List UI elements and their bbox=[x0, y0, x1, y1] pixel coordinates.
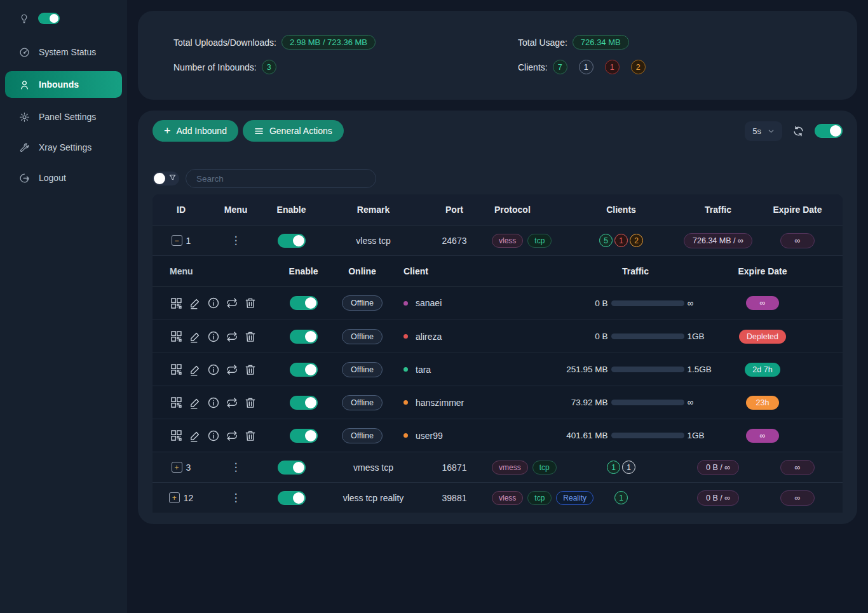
traffic-used: 0 B bbox=[559, 299, 608, 308]
refresh-icon[interactable] bbox=[792, 125, 804, 137]
traffic-used: 73.92 MB bbox=[559, 398, 608, 407]
client-count-badge: 1 bbox=[614, 234, 628, 247]
client-enable-toggle[interactable] bbox=[290, 296, 318, 310]
client-expire-badge: 23h bbox=[746, 396, 779, 410]
info-icon[interactable] bbox=[207, 363, 220, 376]
filter-toggle[interactable] bbox=[153, 172, 179, 185]
sidebar-item-panel-settings[interactable]: Panel Settings bbox=[0, 104, 127, 130]
stat-clients: Clients: 7 1 1 2 bbox=[518, 60, 646, 74]
toolbar: + Add Inbound General Actions 5s bbox=[153, 119, 843, 142]
sidebar-item-xray-settings[interactable]: Xray Settings bbox=[0, 135, 127, 160]
protocol-badge: vmess bbox=[492, 461, 528, 475]
traffic-limit: 1GB bbox=[688, 332, 713, 341]
table-row: + 3 ⋮ vmess tcp 16871 vmess tcp 1 1 0 B … bbox=[153, 452, 843, 482]
table-header: ID Menu Enable Remark Port Protocol Clie… bbox=[153, 194, 843, 225]
client-row: Offline tara 251.95 MB 1.5GB 2d 7h bbox=[153, 353, 843, 386]
edit-icon[interactable] bbox=[189, 330, 201, 343]
client-enable-toggle[interactable] bbox=[290, 363, 318, 377]
info-icon[interactable] bbox=[207, 429, 220, 442]
client-expire-badge: ∞ bbox=[746, 296, 779, 310]
toolbar-right: 5s bbox=[745, 121, 843, 141]
online-status-badge: Offline bbox=[342, 428, 383, 443]
client-traffic: 0 B ∞ bbox=[543, 299, 728, 308]
enable-toggle[interactable] bbox=[278, 461, 306, 475]
qr-code-icon[interactable] bbox=[170, 363, 183, 376]
stat-value-badge: 2.98 MB / 723.36 MB bbox=[281, 35, 376, 50]
online-status-badge: Offline bbox=[342, 362, 383, 377]
protocol-badge: vless bbox=[492, 491, 523, 505]
row-menu-icon[interactable]: ⋮ bbox=[231, 492, 241, 503]
row-menu-icon[interactable]: ⋮ bbox=[231, 462, 241, 473]
client-name: tara bbox=[416, 365, 431, 375]
auto-refresh-toggle[interactable] bbox=[815, 124, 843, 138]
qr-code-icon[interactable] bbox=[170, 396, 183, 409]
stat-label: Total Usage: bbox=[518, 37, 567, 48]
reset-traffic-icon[interactable] bbox=[226, 396, 238, 409]
general-actions-button[interactable]: General Actions bbox=[243, 120, 344, 142]
reset-traffic-icon[interactable] bbox=[226, 297, 238, 309]
clients-subtable: Menu Enable Online Client Traffic Expire… bbox=[153, 255, 843, 452]
client-enable-toggle[interactable] bbox=[290, 396, 318, 410]
delete-icon[interactable] bbox=[244, 429, 257, 442]
reset-traffic-icon[interactable] bbox=[226, 363, 238, 376]
sidebar-item-label: Inbounds bbox=[39, 79, 79, 90]
client-row: Offline user99 401.61 MB 1GB ∞ bbox=[153, 419, 843, 452]
client-row: Offline sanaei 0 B ∞ ∞ bbox=[153, 286, 843, 320]
delete-icon[interactable] bbox=[244, 363, 257, 376]
client-traffic: 251.95 MB 1.5GB bbox=[543, 365, 728, 374]
info-icon[interactable] bbox=[207, 396, 220, 409]
sidebar-item-logout[interactable]: Logout bbox=[0, 165, 127, 191]
collapse-row-button[interactable]: − bbox=[172, 235, 182, 246]
edit-icon[interactable] bbox=[189, 396, 201, 409]
funnel-icon bbox=[168, 173, 177, 182]
enable-toggle[interactable] bbox=[278, 234, 306, 248]
plus-icon: + bbox=[164, 125, 171, 137]
client-traffic: 0 B 1GB bbox=[543, 332, 728, 341]
row-menu-icon[interactable]: ⋮ bbox=[231, 235, 241, 246]
delete-icon[interactable] bbox=[244, 330, 257, 343]
client-enable-toggle[interactable] bbox=[290, 330, 318, 344]
delete-icon[interactable] bbox=[244, 396, 257, 409]
client-color-dot bbox=[403, 301, 408, 306]
edit-icon[interactable] bbox=[189, 297, 201, 309]
online-status-badge: Offline bbox=[342, 329, 383, 344]
hamburger-icon bbox=[254, 126, 264, 136]
sidebar: System Status Inbounds Panel Settings Xr… bbox=[0, 0, 127, 613]
stat-uploads-downloads: Total Uploads/Downloads: 2.98 MB / 723.3… bbox=[173, 35, 518, 50]
traffic-used: 401.61 MB bbox=[559, 431, 608, 440]
info-icon[interactable] bbox=[207, 330, 220, 343]
info-icon[interactable] bbox=[207, 297, 220, 309]
inbound-remark: vless tcp bbox=[321, 236, 426, 246]
reset-traffic-icon[interactable] bbox=[226, 330, 238, 343]
qr-code-icon[interactable] bbox=[170, 297, 183, 310]
client-enable-toggle[interactable] bbox=[290, 429, 318, 443]
theme-toggle[interactable] bbox=[38, 13, 60, 24]
sidebar-item-label: System Status bbox=[39, 47, 96, 57]
expire-date-badge: ∞ bbox=[780, 460, 815, 475]
delete-icon[interactable] bbox=[244, 297, 257, 309]
client-row: Offline alireza 0 B 1GB Depleted bbox=[153, 320, 843, 353]
traffic-progress-bar bbox=[611, 433, 684, 438]
stat-label: Total Uploads/Downloads: bbox=[173, 37, 276, 48]
traffic-used: 0 B bbox=[559, 332, 608, 341]
add-inbound-button[interactable]: + Add Inbound bbox=[153, 120, 238, 142]
inbound-remark: vless tcp reality bbox=[321, 493, 426, 503]
edit-icon[interactable] bbox=[189, 429, 201, 442]
refresh-interval-select[interactable]: 5s bbox=[745, 121, 782, 141]
qr-code-icon[interactable] bbox=[170, 330, 183, 343]
inbound-id: 3 bbox=[186, 462, 191, 473]
enable-toggle[interactable] bbox=[278, 491, 306, 505]
search-input[interactable] bbox=[186, 169, 376, 188]
stats-card: Total Uploads/Downloads: 2.98 MB / 723.3… bbox=[138, 11, 857, 100]
qr-code-icon[interactable] bbox=[170, 429, 183, 442]
expand-row-button[interactable]: + bbox=[172, 462, 182, 473]
expand-row-button[interactable]: + bbox=[169, 492, 180, 503]
reset-traffic-icon[interactable] bbox=[226, 429, 238, 442]
edit-icon[interactable] bbox=[189, 363, 201, 376]
sidebar-item-system-status[interactable]: System Status bbox=[0, 39, 127, 65]
client-count-badge: 1 bbox=[614, 491, 628, 504]
inbound-port: 24673 bbox=[426, 236, 483, 246]
client-color-dot bbox=[403, 400, 408, 405]
sidebar-item-inbounds[interactable]: Inbounds bbox=[5, 71, 122, 98]
stat-value-badge: 726.34 MB bbox=[573, 35, 629, 50]
